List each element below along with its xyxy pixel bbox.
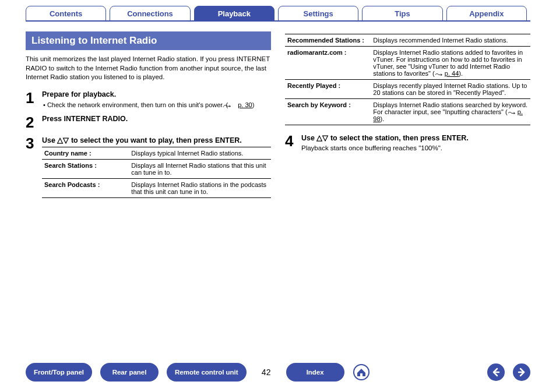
cell-desc: Displays typical Internet Radio stations… xyxy=(129,147,271,160)
cell-label: Search by Keyword : xyxy=(285,99,371,125)
prev-page-button[interactable] xyxy=(487,363,505,381)
cell-desc: Displays all Internet Radio stations tha… xyxy=(129,160,271,179)
cell-desc: Displays recently played Internet Radio … xyxy=(371,80,530,99)
table-row: radiomarantz.com : Displays Internet Rad… xyxy=(285,47,530,80)
cell-label: Search Podcasts : xyxy=(42,179,129,198)
table-row: Search Podcasts : Displays Internet Radi… xyxy=(42,179,271,198)
tab-connections[interactable]: Connections xyxy=(110,6,190,21)
cell-desc-b: ). xyxy=(381,115,385,122)
right-table: Recommended Stations : Displays recommen… xyxy=(285,34,530,125)
link-p30[interactable]: p. 30 xyxy=(238,101,252,108)
step-4: 4 Use △▽ to select the station, then pre… xyxy=(285,133,530,151)
tab-playback[interactable]: Playback xyxy=(194,6,275,21)
cell-desc-a: Displays Internet Radio stations searche… xyxy=(373,101,527,115)
step-number: 3 xyxy=(26,136,42,198)
cell-label: Recently Played : xyxy=(285,80,371,99)
next-page-button[interactable] xyxy=(513,363,530,381)
tab-settings[interactable]: Settings xyxy=(278,6,358,21)
step-1-sub-close: ) xyxy=(252,101,255,108)
btn-index[interactable]: Index xyxy=(286,363,344,382)
step-1-title: Prepare for playback. xyxy=(42,90,271,98)
btn-remote-control-unit[interactable]: Remote control unit xyxy=(167,363,247,382)
step-2-title: Press INTERNET RADIO. xyxy=(42,115,271,123)
page-number: 42 xyxy=(259,368,273,377)
table-row: Country name : Displays typical Internet… xyxy=(42,147,271,160)
tab-appendix[interactable]: Appendix xyxy=(446,6,527,21)
table-row: Search Stations : Displays all Internet … xyxy=(42,160,271,179)
tab-tips[interactable]: Tips xyxy=(362,6,442,21)
cell-desc-b: ). xyxy=(459,70,463,77)
btn-front-top-panel[interactable]: Front/Top panel xyxy=(26,363,92,382)
table-row: Search by Keyword : Displays Internet Ra… xyxy=(285,99,530,125)
step-1-sub: Check the network environment, then turn… xyxy=(42,101,271,110)
right-column: Recommended Stations : Displays recommen… xyxy=(285,31,530,204)
page-content: Listening to Internet Radio This unit me… xyxy=(0,21,556,204)
step-number: 1 xyxy=(26,90,42,110)
step-3: 3 Use △▽ to select the you want to play,… xyxy=(26,136,271,198)
cell-desc: Displays Internet Radio stations in the … xyxy=(129,179,271,198)
btn-rear-panel[interactable]: Rear panel xyxy=(100,363,159,382)
cell-desc: Displays Internet Radio stations searche… xyxy=(371,99,530,125)
step-3-title: Use △▽ to select the you want to play, t… xyxy=(42,136,271,144)
left-column: Listening to Internet Radio This unit me… xyxy=(26,31,271,204)
step-number: 4 xyxy=(285,133,301,151)
table-row: Recommended Stations : Displays recommen… xyxy=(285,34,530,47)
section-title: Listening to Internet Radio xyxy=(26,31,271,50)
step-2: 2 Press INTERNET RADIO. xyxy=(26,115,271,130)
step-1: 1 Prepare for playback. Check the networ… xyxy=(26,90,271,110)
cell-label: radiomarantz.com : xyxy=(285,47,371,80)
top-tabbar: Contents Connections Playback Settings T… xyxy=(0,0,556,21)
home-icon[interactable] xyxy=(353,363,370,381)
step-4-title: Use △▽ to select the station, then press… xyxy=(301,133,530,142)
hand-pointer-icon xyxy=(435,72,443,77)
step-1-sub-text: Check the network environment, then turn… xyxy=(47,101,228,108)
step-3-table: Country name : Displays typical Internet… xyxy=(42,147,271,198)
cell-desc: Displays recommended Internet Radio stat… xyxy=(371,34,530,47)
bottom-bar: Front/Top panel Rear panel Remote contro… xyxy=(0,363,556,382)
cell-label: Recommended Stations : xyxy=(285,34,371,47)
hand-pointer-icon xyxy=(508,110,516,115)
link-p44[interactable]: p. 44 xyxy=(445,70,459,77)
intro-text: This unit memorizes the last played Inte… xyxy=(26,55,271,82)
hand-pointer-icon xyxy=(228,103,236,108)
step-number: 2 xyxy=(26,115,42,130)
table-row: Recently Played : Displays recently play… xyxy=(285,80,530,99)
cell-label: Search Stations : xyxy=(42,160,129,179)
step-4-sub: Playback starts once buffering reaches "… xyxy=(301,144,530,151)
tab-contents[interactable]: Contents xyxy=(26,6,106,21)
cell-label: Country name : xyxy=(42,147,129,160)
cell-desc: Displays Internet Radio stations added t… xyxy=(371,47,530,80)
